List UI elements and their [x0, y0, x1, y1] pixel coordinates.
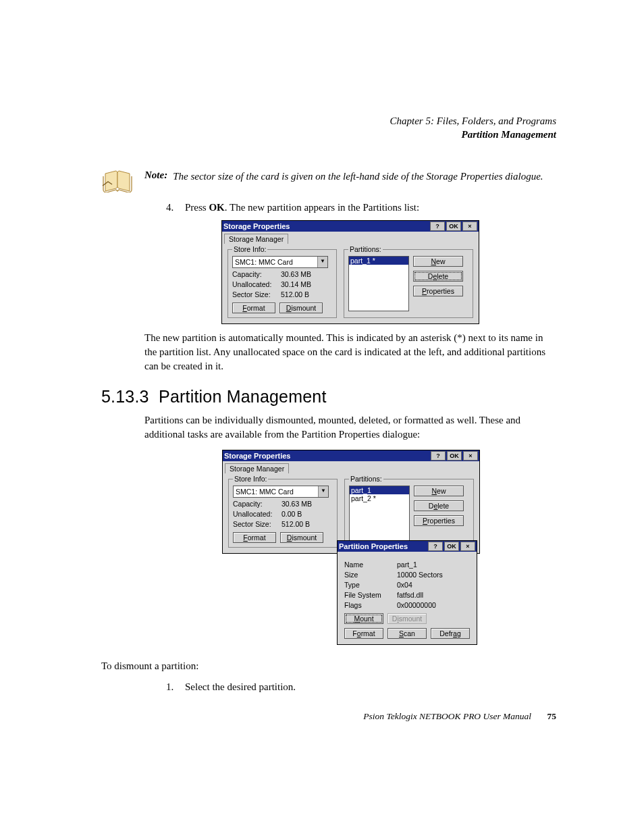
note-label: Note:	[144, 168, 167, 181]
partitions-group: Partitions: part_1 * New Delete Properti…	[344, 245, 473, 318]
partition-list[interactable]: part_1 *	[348, 256, 409, 311]
pp-type-label: Type	[344, 581, 397, 589]
section-line: Partition Management	[101, 128, 556, 142]
ok-bold: OK	[209, 202, 224, 213]
partitions-legend: Partitions:	[348, 245, 383, 253]
partition-item[interactable]: part_2 *	[350, 494, 409, 502]
unallocated-label: Unallocated:	[233, 510, 281, 518]
tab-storage-manager[interactable]: Storage Manager	[224, 234, 288, 244]
device-dropdown[interactable]: SMC1: MMC Card ▼	[233, 486, 329, 498]
note-block: Note: The sector size of the card is giv…	[101, 168, 556, 192]
window-title: Partition Properties	[339, 542, 408, 550]
partition-item[interactable]: part_1 *	[349, 257, 408, 265]
format-button[interactable]: Format	[344, 628, 383, 639]
pp-type-value: 0x04	[397, 581, 412, 589]
capacity-value: 30.63 MB	[281, 270, 311, 278]
pp-flags-value: 0x00000000	[397, 601, 436, 609]
help-button[interactable]: ?	[431, 451, 446, 461]
titlebar: Storage Properties ? OK ×	[222, 221, 479, 232]
pm-intro: Partitions can be individually dismounte…	[144, 413, 556, 442]
new-button[interactable]: New	[413, 256, 463, 267]
heading-title: Partition Management	[159, 387, 327, 406]
tab-storage-manager[interactable]: Storage Manager	[225, 463, 289, 473]
close-button[interactable]: ×	[463, 451, 478, 461]
store-info-legend: Store Info:	[233, 475, 268, 483]
help-button[interactable]: ?	[430, 221, 445, 231]
book-icon	[101, 168, 135, 192]
sector-value: 512.00 B	[281, 520, 310, 528]
note-text: The sector size of the card is given on …	[173, 168, 543, 184]
format-button[interactable]: Format	[232, 303, 275, 313]
mount-button[interactable]: Mount	[344, 613, 383, 624]
close-button[interactable]: ×	[462, 221, 477, 231]
close-button[interactable]: ×	[460, 542, 475, 551]
chevron-down-icon: ▼	[317, 257, 327, 267]
window-title: Storage Properties	[224, 452, 290, 460]
sector-label: Sector Size:	[232, 290, 281, 298]
dismount-label-rest: ismount	[291, 304, 316, 312]
chapter-line: Chapter 5: Files, Folders, and Programs	[101, 115, 556, 128]
titlebar: Storage Properties ? OK ×	[223, 450, 479, 461]
pp-fs-label: File System	[344, 591, 397, 599]
scan-button[interactable]: Scan	[387, 628, 427, 639]
partitions-legend: Partitions:	[349, 475, 383, 483]
format-button[interactable]: Format	[233, 532, 276, 543]
partition-item[interactable]: part_1	[350, 486, 409, 494]
storage-properties-dialog-1: Storage Properties ? OK × Storage Manage…	[221, 220, 479, 324]
partition-list[interactable]: part_1 part_2 *	[349, 486, 410, 541]
store-info-legend: Store Info:	[232, 245, 267, 253]
window-title: Storage Properties	[223, 222, 290, 230]
step-number: 1.	[166, 681, 185, 693]
pp-size-value: 10000 Sectors	[397, 571, 443, 579]
dismount-intro: To dismount a partition:	[101, 659, 556, 673]
help-button[interactable]: ?	[428, 542, 443, 551]
step-text: Select the desired partition.	[185, 681, 296, 693]
new-button[interactable]: New	[414, 486, 464, 496]
defrag-button[interactable]: Defrag	[431, 628, 470, 639]
ok-button[interactable]: OK	[447, 451, 462, 461]
device-dropdown[interactable]: SMC1: MMC Card ▼	[232, 256, 328, 268]
step-post: . The new partition appears in the Parti…	[225, 202, 419, 213]
heading-num: 5.13.3	[101, 387, 149, 406]
pp-fs-value: fatfsd.dll	[397, 591, 423, 599]
page-footer: Psion Teklogix NETBOOK PRO User Manual 7…	[363, 711, 556, 722]
pp-name-label: Name	[344, 561, 397, 569]
device-name: SMC1: MMC Card	[234, 486, 318, 497]
footer-text: Psion Teklogix NETBOOK PRO User Manual	[363, 711, 531, 721]
capacity-label: Capacity:	[232, 270, 281, 278]
sector-value: 512.00 B	[281, 290, 309, 298]
page-number: 75	[547, 711, 557, 721]
page-header: Chapter 5: Files, Folders, and Programs …	[101, 115, 556, 141]
step-d1: 1. Select the desired partition.	[166, 681, 556, 693]
capacity-label: Capacity:	[233, 500, 281, 508]
properties-button[interactable]: Properties	[414, 515, 464, 526]
partition-properties-dialog: Partition Properties ? OK × Namepart_1 S…	[337, 540, 477, 645]
sector-label: Sector Size:	[233, 520, 281, 528]
ok-button[interactable]: OK	[446, 221, 461, 231]
step-4: 4. Press OK. The new partition appears i…	[166, 202, 556, 213]
unallocated-value: 30.14 MB	[281, 280, 311, 288]
format-label-rest: ormat	[247, 304, 265, 312]
dismount-button[interactable]: Dismount	[280, 532, 323, 543]
capacity-value: 30.63 MB	[281, 500, 312, 508]
storage-properties-dialog-2: Storage Properties ? OK × Storage Manage…	[222, 450, 480, 554]
pp-size-label: Size	[344, 571, 397, 579]
dismount-button-disabled: Dismount	[387, 613, 427, 624]
heading-partition-management: 5.13.3 Partition Management	[101, 387, 556, 407]
titlebar: Partition Properties ? OK ×	[338, 541, 477, 552]
ok-button[interactable]: OK	[444, 542, 459, 551]
step-text: Press OK. The new partition appears in t…	[185, 202, 419, 213]
properties-button[interactable]: Properties	[413, 286, 463, 296]
pp-flags-label: Flags	[344, 601, 397, 609]
dismount-button[interactable]: Dismount	[279, 303, 323, 313]
unallocated-label: Unallocated:	[232, 280, 281, 288]
store-info-group: Store Info: SMC1: MMC Card ▼ Capacity:30…	[228, 475, 338, 548]
pp-name-value: part_1	[397, 561, 417, 569]
delete-button[interactable]: Delete	[413, 271, 463, 282]
unallocated-value: 0.00 B	[281, 510, 302, 518]
delete-button[interactable]: Delete	[414, 500, 464, 511]
step-number: 4.	[166, 202, 185, 213]
step-pre: Press	[185, 202, 209, 213]
partitions-group: Partitions: part_1 part_2 * New Delete P…	[344, 475, 474, 548]
chevron-down-icon: ▼	[318, 486, 328, 497]
